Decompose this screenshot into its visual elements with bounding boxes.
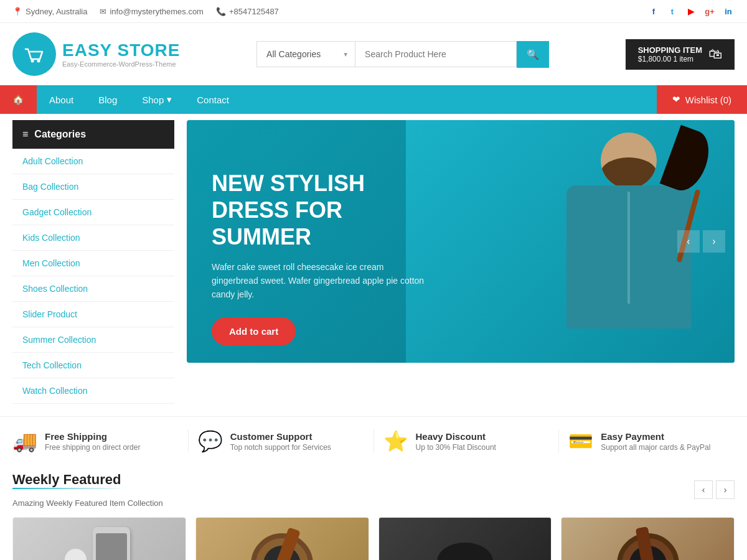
product-4-visual	[604, 524, 692, 560]
facebook-icon[interactable]: f	[647, 5, 660, 17]
flowing-hair	[660, 125, 716, 196]
support-title: Customer Support	[230, 431, 331, 442]
chevron-down-icon: ▾	[167, 94, 172, 105]
product-image-3	[379, 518, 552, 560]
category-select[interactable]: All Categories Adult Collection Bag Coll…	[256, 41, 355, 67]
heart-icon: ❤	[672, 94, 680, 105]
product-2-visual	[238, 524, 326, 560]
cart-price: $1,800.00 1 item	[638, 55, 702, 63]
sidebar-item-adult[interactable]: Adult Collection	[12, 149, 174, 174]
sidebar-item-gadget[interactable]: Gadget Collection	[12, 200, 174, 225]
slider-next-button[interactable]: ›	[703, 230, 725, 253]
sidebar-header: ≡ Categories	[12, 120, 174, 149]
hero-title: NEW STYLISH DRESS FOR SUMMER	[212, 170, 430, 251]
payment-desc: Support all major cards & PayPal	[601, 443, 710, 452]
cart-title: SHOPPING ITEM	[638, 45, 702, 55]
top-bar-left: 📍 Sydney, Australia ✉ info@mysterythemes…	[12, 7, 279, 16]
wishlist-button[interactable]: ❤ Wishlist (0)	[657, 85, 747, 114]
title-underline	[12, 488, 125, 489]
sidebar-item-slider[interactable]: Slider Product	[12, 302, 174, 327]
weekly-header: Weekly Featured Amazing Weekly Featured …	[12, 472, 735, 508]
twitter-icon[interactable]: t	[666, 5, 679, 17]
add-to-cart-button[interactable]: Add to cart	[212, 317, 296, 345]
discount-desc: Up to 30% Flat Discount	[416, 443, 496, 452]
shipping-title: Free Shipping	[45, 431, 140, 442]
nav-shop[interactable]: Shop ▾	[129, 85, 184, 114]
feature-support-text: Customer Support Top notch support for S…	[230, 431, 331, 452]
product-image-1	[13, 518, 186, 560]
youtube-icon[interactable]: ▶	[685, 5, 697, 17]
logo-text: EASY STORE Easy-Ecommerce-WordPress-Them…	[62, 40, 180, 68]
feature-support: 💬 Customer Support Top notch support for…	[198, 429, 364, 453]
phone-text: +8547125487	[229, 7, 279, 16]
shopping-bag-icon: 🛍	[708, 46, 722, 62]
categories-label: Categories	[34, 129, 86, 140]
cart-info: SHOPPING ITEM $1,800.00 1 item	[638, 45, 702, 63]
weekly-title: Weekly Featured	[12, 472, 163, 488]
feature-payment: 💳 Easy Payment Support all major cards &…	[568, 429, 735, 453]
location-pin-icon: 📍	[12, 7, 22, 16]
product-image-4	[561, 518, 734, 560]
search-input[interactable]	[355, 41, 517, 67]
phone-icon: 📞	[216, 7, 226, 16]
slider-arrows: ‹ ›	[677, 230, 725, 253]
discount-title: Heavy Discount	[416, 431, 496, 442]
weekly-featured-section: Weekly Featured Amazing Weekly Featured …	[0, 465, 747, 560]
sidebar-item-watch[interactable]: Watch Collection	[12, 378, 174, 404]
store-name: EASY STORE	[62, 40, 180, 60]
phone-info: 📞 +8547125487	[216, 7, 279, 16]
sidebar: ≡ Categories Adult Collection Bag Collec…	[12, 120, 174, 404]
cart-logo-svg	[21, 40, 49, 68]
phone-shape	[93, 527, 130, 560]
search-button[interactable]: 🔍	[517, 41, 549, 68]
product-3-visual	[421, 524, 509, 560]
email-info: ✉ info@mysterythemes.com	[100, 7, 203, 16]
product-card-1[interactable]	[12, 517, 186, 560]
location-info: 📍 Sydney, Australia	[12, 7, 87, 16]
slider-prev-button[interactable]: ‹	[677, 230, 700, 253]
person-jacket	[566, 185, 691, 329]
sidebar-item-summer[interactable]: Summer Collection	[12, 327, 174, 353]
nav-blog[interactable]: Blog	[86, 86, 129, 114]
google-plus-icon[interactable]: g+	[703, 5, 716, 17]
payment-icon: 💳	[568, 429, 593, 453]
payment-title: Easy Payment	[601, 431, 710, 442]
linkedin-icon[interactable]: in	[722, 5, 735, 17]
product-card-2[interactable]	[195, 517, 369, 560]
weekly-prev-button[interactable]: ‹	[694, 480, 713, 499]
sidebar-item-shoes[interactable]: Shoes Collection	[12, 276, 174, 302]
svg-point-0	[21, 40, 48, 68]
sidebar-item-bag[interactable]: Bag Collection	[12, 174, 174, 200]
weekly-subtitle: Amazing Weekly Featured Item Collection	[12, 498, 163, 508]
sidebar-item-men[interactable]: Men Collection	[12, 251, 174, 276]
feature-payment-text: Easy Payment Support all major cards & P…	[601, 431, 710, 452]
logo[interactable]: EASY STORE Easy-Ecommerce-WordPress-Them…	[12, 32, 180, 76]
products-grid	[12, 517, 735, 560]
email-text: info@mysterythemes.com	[110, 7, 203, 16]
feature-discount-text: Heavy Discount Up to 30% Flat Discount	[416, 431, 496, 452]
search-area: All Categories Adult Collection Bag Coll…	[256, 41, 549, 68]
wishlist-label: Wishlist (0)	[685, 95, 731, 105]
weekly-next-button[interactable]: ›	[716, 480, 735, 499]
nav-about[interactable]: About	[37, 86, 86, 114]
headphone-band	[437, 543, 493, 560]
category-wrapper: All Categories Adult Collection Bag Coll…	[256, 41, 355, 67]
product-card-4[interactable]	[561, 517, 735, 560]
nav-home[interactable]: 🏠	[0, 85, 37, 114]
nav-contact[interactable]: Contact	[184, 86, 242, 114]
weekly-title-group: Weekly Featured Amazing Weekly Featured …	[12, 472, 163, 508]
top-bar: 📍 Sydney, Australia ✉ info@mysterythemes…	[0, 0, 747, 23]
menu-icon: ≡	[22, 129, 28, 140]
location-text: Sydney, Australia	[26, 7, 87, 16]
feature-shipping: 🚚 Free Shipping Free shipping on direct …	[12, 429, 179, 453]
sidebar-item-kids[interactable]: Kids Collection	[12, 225, 174, 251]
phone-screen	[96, 533, 127, 560]
product-card-3[interactable]	[378, 517, 552, 560]
divider-1	[188, 429, 189, 453]
sidebar-item-tech[interactable]: Tech Collection	[12, 353, 174, 378]
cart-button[interactable]: SHOPPING ITEM $1,800.00 1 item 🛍	[626, 39, 735, 70]
logo-icon	[12, 32, 56, 76]
store-subtitle: Easy-Ecommerce-WordPress-Theme	[62, 60, 180, 68]
feature-shipping-text: Free Shipping Free shipping on direct or…	[45, 431, 140, 452]
social-links: f t ▶ g+ in	[647, 5, 735, 17]
